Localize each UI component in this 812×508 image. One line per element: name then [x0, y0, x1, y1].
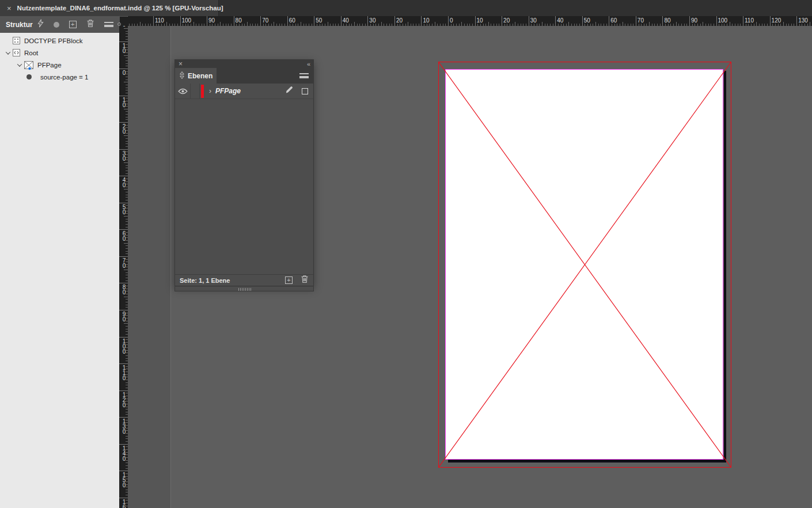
tree-item-doctype-pfblock[interactable]: DOCTYPE PFBlock [0, 35, 119, 47]
ruler-tick [582, 16, 583, 26]
ruler-tick [271, 24, 272, 26]
horizontal-ruler[interactable]: 1101009080706050403020100102030405060708… [128, 16, 812, 26]
panel-menu-icon[interactable] [299, 73, 309, 78]
circle-icon[interactable] [54, 22, 59, 28]
ruler-tick [220, 22, 221, 26]
ruler-tick [705, 24, 706, 26]
ruler-tick [119, 256, 128, 257]
ruler-tick [180, 16, 181, 26]
page-shadow-right [724, 71, 726, 462]
layer-name[interactable]: PFPage [215, 87, 285, 95]
lightning-icon[interactable] [37, 19, 44, 30]
layers-panel: × « Ebenen › PFPage Seite: 1, 1 Ebene + [174, 59, 314, 286]
ruler-tick [689, 16, 690, 26]
ruler-tick [119, 229, 128, 230]
ruler-label: 70 [638, 17, 644, 24]
layer-expander-icon[interactable]: › [209, 87, 211, 95]
ruler-tick [124, 350, 128, 351]
tree-item-source-page-1[interactable]: source-page = 1 [0, 71, 119, 83]
layers-panel-titlebar[interactable]: × « [175, 60, 313, 68]
ruler-tick [268, 24, 269, 26]
ruler-tick [411, 24, 411, 26]
layer-visibility-toggle[interactable] [175, 84, 191, 98]
ruler-tick [805, 24, 805, 26]
layer-lock-cell[interactable] [191, 84, 200, 98]
tree-item-pfpage[interactable]: PFPage [0, 59, 119, 71]
panel-collapse-diamond-icon[interactable] [180, 71, 184, 81]
layer-row-pfpage[interactable]: › PFPage [175, 84, 313, 99]
ruler-tick [301, 22, 301, 26]
ruler-tick [119, 391, 128, 391]
ruler-tick [242, 24, 242, 26]
ruler-tick [443, 24, 443, 26]
ruler-tick [119, 176, 128, 176]
ruler-tick [662, 16, 663, 26]
ruler-tick [496, 24, 497, 26]
tab-ebenen[interactable]: Ebenen [175, 68, 217, 84]
ruler-tick [772, 24, 773, 26]
ruler-tick [561, 24, 561, 26]
ruler-tick [614, 24, 615, 26]
ruler-tick [257, 24, 258, 26]
ruler-tick [193, 22, 194, 26]
vertical-ruler[interactable]: 2 01 001 02 03 04 05 06 07 08 09 01 0 01… [119, 26, 128, 508]
ruler-tick [346, 24, 347, 26]
ruler-tick [183, 24, 183, 26]
ruler-tick [351, 24, 352, 26]
ruler-tick [317, 24, 317, 26]
ruler-tick [359, 24, 360, 26]
layers-panel-resize-handle[interactable] [174, 286, 314, 291]
ruler-tick [354, 22, 355, 26]
ruler-tick [623, 22, 623, 26]
chevron-down-icon[interactable] [3, 51, 13, 55]
ruler-tick [695, 24, 695, 26]
chevron-down-icon[interactable] [15, 63, 24, 67]
ruler-tick [692, 24, 693, 26]
ruler-tick [459, 24, 460, 26]
ruler-tick [124, 457, 128, 458]
ruler-tick [419, 24, 419, 26]
document-page[interactable] [445, 69, 723, 460]
ruler-tick [282, 24, 282, 26]
ruler-tick [333, 24, 333, 26]
ruler-tick [119, 41, 128, 42]
ruler-label: 90 [208, 17, 215, 24]
panel-menu-icon[interactable] [104, 22, 113, 27]
ruler-tick [306, 24, 306, 26]
ruler-tick [636, 16, 636, 26]
ruler-tick [526, 24, 526, 26]
ruler-tick [550, 24, 551, 26]
ruler-tick [255, 24, 256, 26]
layer-color-swatch [201, 85, 204, 98]
ruler-tick [427, 24, 427, 26]
ruler-tick [437, 24, 438, 26]
ruler-tick [440, 24, 441, 26]
ruler-tick [467, 24, 468, 26]
ruler-tick [730, 22, 730, 26]
ruler-tick [714, 24, 714, 26]
layer-target-square-icon[interactable] [302, 88, 308, 94]
ruler-tick [320, 24, 320, 26]
layers-panel-body [175, 99, 313, 274]
ruler-tick [494, 24, 494, 26]
ruler-tick [174, 24, 175, 26]
delete-layer-icon[interactable] [301, 275, 309, 286]
close-icon[interactable]: × [179, 61, 183, 67]
document-tab[interactable]: × Nutzentemplate_DINA6_endformat.indd @ … [0, 0, 219, 16]
add-element-icon[interactable]: + [69, 21, 77, 28]
tree-item-root[interactable]: Root [0, 47, 119, 59]
ruler-origin-icon [117, 22, 121, 26]
ruler-tick [322, 24, 322, 26]
ruler-tick [585, 24, 585, 26]
trash-icon[interactable] [86, 19, 94, 30]
ruler-tick [670, 24, 671, 26]
collapse-panel-icon[interactable]: « [307, 61, 310, 67]
new-layer-icon[interactable]: + [285, 276, 293, 284]
tab-close-icon[interactable]: × [7, 5, 12, 12]
ruler-tick [373, 24, 374, 26]
ruler-tick [724, 24, 724, 26]
ruler-tick [244, 24, 245, 26]
ruler-tick [754, 24, 754, 26]
ruler-tick [678, 24, 679, 26]
ruler-tick [574, 24, 575, 26]
